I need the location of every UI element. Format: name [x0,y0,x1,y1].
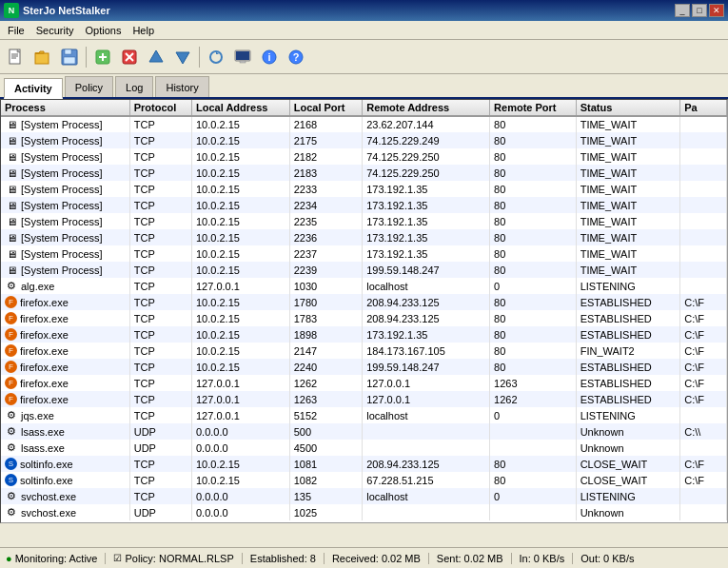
cell-status: ESTABLISHED [576,391,680,407]
toolbar-delete[interactable] [117,45,142,69]
table-row[interactable]: 🖥[System Process] TCP 10.0.2.15 2237 173… [1,245,727,262]
table-row[interactable]: Ffirefox.exe TCP 127.0.0.1 1263 127.0.0.… [1,391,727,407]
cell-process: Ssoltinfo.exe [1,456,129,472]
table-row[interactable]: ⚙lsass.exe UDP 0.0.0.0 500 Unknown C:\\ [1,423,727,440]
table-row[interactable]: 🖥[System Process] TCP 10.0.2.15 2233 173… [1,181,727,197]
col-process[interactable]: Process [1,100,129,116]
cell-status: FIN_WAIT2 [576,343,680,359]
table-row[interactable]: 🖥[System Process] TCP 10.0.2.15 2183 74.… [1,165,727,181]
tab-log[interactable]: Log [115,76,153,97]
cell-protocol: TCP [129,262,191,278]
cell-protocol: TCP [129,375,191,391]
toolbar-save[interactable] [57,45,82,69]
cell-path: C:\F [680,391,727,407]
toolbar-new[interactable] [4,45,29,69]
cell-protocol: TCP [129,456,191,472]
table-row[interactable]: Ffirefox.exe TCP 10.0.2.15 2240 199.59.1… [1,359,727,375]
cell-remote-addr: 173.192.1.35 [363,197,490,213]
menu-file[interactable]: File [2,23,30,38]
table-row[interactable]: Ffirefox.exe TCP 127.0.0.1 1262 127.0.0.… [1,375,727,391]
col-protocol[interactable]: Protocol [129,100,191,116]
cell-status: Unknown [576,423,680,440]
cell-local-port: 2182 [289,148,362,165]
cell-process: 🖥[System Process] [1,132,129,148]
cell-path [680,407,727,423]
cell-status: ESTABLISHED [576,375,680,391]
cell-remote-addr [363,423,490,440]
in-speed-text: In: 0 KB/s [520,553,565,564]
cell-protocol: TCP [129,407,191,423]
table-row[interactable]: 🖥[System Process] TCP 10.0.2.15 2239 199… [1,262,727,278]
minimize-button[interactable]: _ [675,4,690,17]
table-row[interactable]: ⚙svchost.exe TCP 0.0.0.0 135 localhost 0… [1,488,727,504]
close-button[interactable]: ✕ [709,4,724,17]
tab-activity[interactable]: Activity [4,78,63,99]
toolbar-refresh[interactable] [204,45,228,69]
cell-remote-port: 80 [490,472,577,488]
table-row[interactable]: 🖥[System Process] TCP 10.0.2.15 2168 23.… [1,116,727,132]
table-row[interactable]: 🖥[System Process] TCP 10.0.2.15 2234 173… [1,197,727,213]
cell-status: LISTENING [576,488,680,504]
cell-remote-port: 80 [490,294,577,310]
cell-local-port: 2237 [289,245,362,262]
cell-remote-addr: 67.228.51.215 [363,472,490,488]
toolbar-add[interactable] [90,45,115,69]
cell-path [680,229,727,245]
table-row[interactable]: ⚙alg.exe TCP 127.0.0.1 1030 localhost 0 … [1,278,727,294]
cell-remote-port: 0 [490,407,577,423]
table-row[interactable]: Ffirefox.exe TCP 10.0.2.15 1898 173.192.… [1,326,727,343]
window-controls[interactable]: _ □ ✕ [675,4,724,17]
svg-marker-6 [35,51,44,53]
table-row[interactable]: ⚙jqs.exe TCP 127.0.0.1 5152 localhost 0 … [1,407,727,423]
cell-remote-port: 0 [490,488,577,504]
toolbar-monitor[interactable] [230,45,255,69]
cell-remote-addr: 208.94.233.125 [363,456,490,472]
table-row[interactable]: 🖥[System Process] TCP 10.0.2.15 2235 173… [1,213,727,229]
cell-process: ⚙lsass.exe [1,423,129,440]
cell-local-addr: 127.0.0.1 [192,407,290,423]
table-row[interactable]: Ffirefox.exe TCP 10.0.2.15 1780 208.94.2… [1,294,727,310]
col-local-port[interactable]: Local Port [289,100,362,116]
toolbar-help[interactable]: ? [284,45,308,69]
cell-local-port: 1025 [289,504,362,520]
table-row[interactable]: 🖥[System Process] TCP 10.0.2.15 2182 74.… [1,148,727,165]
cell-protocol: TCP [129,359,191,375]
cell-process: ⚙jqs.exe [1,407,129,423]
cell-protocol: TCP [129,326,191,343]
cell-remote-port: 80 [490,181,577,197]
table-row[interactable]: Ssoltinfo.exe TCP 10.0.2.15 1081 208.94.… [1,456,727,472]
toolbar-info[interactable]: i [257,45,282,69]
col-remote-addr[interactable]: Remote Address [363,100,490,116]
cell-path [680,262,727,278]
menu-security[interactable]: Security [30,23,80,38]
cell-local-port: 2233 [289,181,362,197]
tab-history[interactable]: History [155,76,208,97]
toolbar-open[interactable] [30,45,55,69]
toolbar-up[interactable] [144,45,168,69]
col-status[interactable]: Status [576,100,680,116]
menu-options[interactable]: Options [79,23,127,38]
cell-local-addr: 10.0.2.15 [192,181,290,197]
table-row[interactable]: 🖥[System Process] TCP 10.0.2.15 2175 74.… [1,132,727,148]
col-local-addr[interactable]: Local Address [192,100,290,116]
cell-remote-addr: localhost [363,407,490,423]
cell-remote-addr: 23.62.207.144 [363,116,490,132]
table-row[interactable]: Ffirefox.exe TCP 10.0.2.15 2147 184.173.… [1,343,727,359]
cell-path [680,165,727,181]
col-remote-port[interactable]: Remote Port [490,100,577,116]
table-row[interactable]: Ffirefox.exe TCP 10.0.2.15 1783 208.94.2… [1,310,727,326]
cell-path: C:\F [680,326,727,343]
table-row[interactable]: ⚙lsass.exe UDP 0.0.0.0 4500 Unknown [1,440,727,456]
table-row[interactable]: Ssoltinfo.exe TCP 10.0.2.15 1082 67.228.… [1,472,727,488]
table-row[interactable]: ⚙svchost.exe UDP 0.0.0.0 1025 Unknown [1,504,727,520]
table-container[interactable]: Process Protocol Local Address Local Por… [0,99,728,523]
tab-policy[interactable]: Policy [65,76,113,97]
cell-local-addr: 0.0.0.0 [192,504,290,520]
table-row[interactable]: 🖥[System Process] TCP 10.0.2.15 2236 173… [1,229,727,245]
menu-help[interactable]: Help [127,23,160,38]
maximize-button[interactable]: □ [692,4,707,17]
toolbar-down[interactable] [170,45,195,69]
cell-local-port: 2147 [289,343,362,359]
cell-local-addr: 10.0.2.15 [192,343,290,359]
col-path[interactable]: Pa [680,100,727,116]
